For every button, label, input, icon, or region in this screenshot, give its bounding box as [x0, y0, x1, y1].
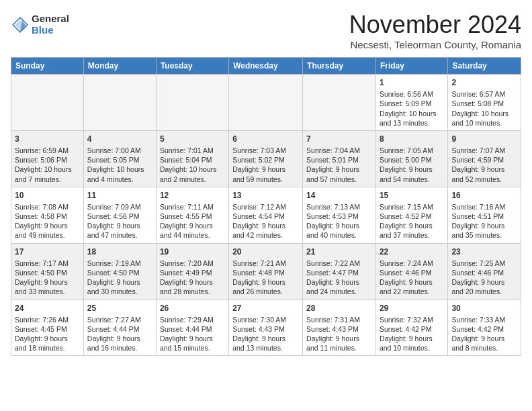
calendar-cell: 14Sunrise: 7:13 AM Sunset: 4:53 PM Dayli…	[303, 187, 376, 243]
header: General Blue November 2024 Necsesti, Tel…	[11, 11, 521, 50]
day-number: 26	[160, 303, 225, 314]
day-info: Sunrise: 7:07 AM Sunset: 4:59 PM Dayligh…	[451, 146, 517, 184]
day-info: Sunrise: 7:12 AM Sunset: 4:54 PM Dayligh…	[232, 202, 299, 240]
day-number: 25	[87, 303, 152, 314]
day-info: Sunrise: 7:26 AM Sunset: 4:45 PM Dayligh…	[15, 315, 80, 353]
day-number: 27	[232, 303, 299, 314]
calendar-cell: 13Sunrise: 7:12 AM Sunset: 4:54 PM Dayli…	[229, 187, 303, 243]
day-info: Sunrise: 7:30 AM Sunset: 4:43 PM Dayligh…	[232, 315, 299, 353]
day-info: Sunrise: 7:08 AM Sunset: 4:58 PM Dayligh…	[15, 202, 80, 240]
subtitle: Necsesti, Teleorman County, Romania	[349, 39, 521, 50]
day-number: 22	[380, 246, 444, 257]
calendar-cell: 24Sunrise: 7:26 AM Sunset: 4:45 PM Dayli…	[11, 300, 84, 356]
day-info: Sunrise: 7:31 AM Sunset: 4:43 PM Dayligh…	[306, 315, 372, 353]
calendar-cell: 29Sunrise: 7:32 AM Sunset: 4:42 PM Dayli…	[375, 300, 447, 356]
calendar-cell: 7Sunrise: 7:04 AM Sunset: 5:01 PM Daylig…	[303, 130, 376, 187]
calendar-cell: 26Sunrise: 7:29 AM Sunset: 4:44 PM Dayli…	[156, 300, 228, 356]
day-number: 14	[306, 190, 372, 201]
header-thursday: Thursday	[303, 58, 376, 75]
day-info: Sunrise: 7:11 AM Sunset: 4:55 PM Dayligh…	[160, 202, 225, 240]
calendar-cell	[83, 75, 156, 131]
day-info: Sunrise: 7:16 AM Sunset: 4:51 PM Dayligh…	[451, 202, 517, 240]
calendar-cell: 8Sunrise: 7:05 AM Sunset: 5:00 PM Daylig…	[375, 130, 447, 187]
logo-general: General	[32, 13, 69, 25]
calendar-header-row: SundayMondayTuesdayWednesdayThursdayFrid…	[11, 58, 521, 75]
calendar-cell: 23Sunrise: 7:25 AM Sunset: 4:46 PM Dayli…	[448, 243, 521, 300]
month-title: November 2024	[349, 11, 521, 39]
calendar-cell: 17Sunrise: 7:17 AM Sunset: 4:50 PM Dayli…	[11, 243, 84, 300]
day-number: 9	[451, 134, 517, 144]
calendar-cell: 9Sunrise: 7:07 AM Sunset: 4:59 PM Daylig…	[448, 130, 521, 187]
day-number: 19	[160, 246, 225, 257]
calendar-cell: 3Sunrise: 6:59 AM Sunset: 5:06 PM Daylig…	[11, 130, 84, 187]
day-number: 18	[87, 246, 152, 257]
day-number: 17	[15, 246, 80, 257]
day-number: 2	[451, 77, 517, 88]
day-info: Sunrise: 7:32 AM Sunset: 4:42 PM Dayligh…	[380, 315, 444, 353]
calendar-cell: 11Sunrise: 7:09 AM Sunset: 4:56 PM Dayli…	[83, 187, 156, 243]
calendar-cell: 21Sunrise: 7:22 AM Sunset: 4:47 PM Dayli…	[303, 243, 376, 300]
calendar-cell: 22Sunrise: 7:24 AM Sunset: 4:46 PM Dayli…	[375, 243, 447, 300]
day-info: Sunrise: 6:57 AM Sunset: 5:08 PM Dayligh…	[451, 89, 517, 128]
day-info: Sunrise: 7:01 AM Sunset: 5:04 PM Dayligh…	[160, 146, 225, 184]
calendar-cell: 19Sunrise: 7:20 AM Sunset: 4:49 PM Dayli…	[156, 243, 228, 300]
calendar-cell: 12Sunrise: 7:11 AM Sunset: 4:55 PM Dayli…	[156, 187, 228, 243]
calendar-cell	[11, 75, 84, 131]
calendar-cell: 28Sunrise: 7:31 AM Sunset: 4:43 PM Dayli…	[303, 300, 376, 356]
calendar-week-row: 24Sunrise: 7:26 AM Sunset: 4:45 PM Dayli…	[11, 300, 521, 356]
header-wednesday: Wednesday	[229, 58, 303, 75]
calendar-cell: 25Sunrise: 7:27 AM Sunset: 4:44 PM Dayli…	[83, 300, 156, 356]
logo-icon	[11, 15, 30, 34]
calendar-cell: 20Sunrise: 7:21 AM Sunset: 4:48 PM Dayli…	[229, 243, 303, 300]
day-number: 7	[306, 134, 372, 144]
day-info: Sunrise: 7:21 AM Sunset: 4:48 PM Dayligh…	[232, 259, 299, 297]
calendar-cell: 30Sunrise: 7:33 AM Sunset: 4:42 PM Dayli…	[448, 300, 521, 356]
header-monday: Monday	[83, 58, 156, 75]
day-number: 30	[451, 303, 517, 314]
calendar-cell: 6Sunrise: 7:03 AM Sunset: 5:02 PM Daylig…	[229, 130, 303, 187]
title-area: November 2024 Necsesti, Teleorman County…	[349, 11, 521, 50]
calendar-cell: 16Sunrise: 7:16 AM Sunset: 4:51 PM Dayli…	[448, 187, 521, 243]
logo-text: General Blue	[32, 13, 69, 36]
calendar-table: SundayMondayTuesdayWednesdayThursdayFrid…	[11, 57, 521, 356]
calendar-week-row: 10Sunrise: 7:08 AM Sunset: 4:58 PM Dayli…	[11, 187, 521, 243]
header-friday: Friday	[375, 58, 447, 75]
day-info: Sunrise: 7:00 AM Sunset: 5:05 PM Dayligh…	[87, 146, 152, 184]
calendar-week-row: 1Sunrise: 6:56 AM Sunset: 5:09 PM Daylig…	[11, 75, 521, 131]
calendar-cell	[303, 75, 376, 131]
day-number: 5	[160, 134, 225, 144]
day-number: 8	[380, 134, 444, 144]
day-info: Sunrise: 7:05 AM Sunset: 5:00 PM Dayligh…	[380, 146, 444, 184]
calendar-cell: 2Sunrise: 6:57 AM Sunset: 5:08 PM Daylig…	[448, 75, 521, 131]
day-number: 28	[306, 303, 372, 314]
day-number: 11	[87, 190, 152, 201]
day-number: 3	[15, 134, 80, 144]
calendar-cell: 1Sunrise: 6:56 AM Sunset: 5:09 PM Daylig…	[375, 75, 447, 131]
calendar-week-row: 17Sunrise: 7:17 AM Sunset: 4:50 PM Dayli…	[11, 243, 521, 300]
logo-blue: Blue	[32, 25, 69, 36]
calendar-week-row: 3Sunrise: 6:59 AM Sunset: 5:06 PM Daylig…	[11, 130, 521, 187]
day-info: Sunrise: 7:22 AM Sunset: 4:47 PM Dayligh…	[306, 259, 372, 297]
day-number: 12	[160, 190, 225, 201]
calendar-cell: 4Sunrise: 7:00 AM Sunset: 5:05 PM Daylig…	[83, 130, 156, 187]
day-info: Sunrise: 7:24 AM Sunset: 4:46 PM Dayligh…	[380, 259, 444, 297]
day-info: Sunrise: 7:13 AM Sunset: 4:53 PM Dayligh…	[306, 202, 372, 240]
day-number: 1	[380, 77, 444, 88]
day-number: 16	[451, 190, 517, 201]
calendar-cell	[156, 75, 228, 131]
day-info: Sunrise: 6:59 AM Sunset: 5:06 PM Dayligh…	[15, 146, 80, 184]
day-info: Sunrise: 7:03 AM Sunset: 5:02 PM Dayligh…	[232, 146, 299, 184]
day-number: 23	[451, 246, 517, 257]
day-info: Sunrise: 7:15 AM Sunset: 4:52 PM Dayligh…	[380, 202, 444, 240]
day-number: 20	[232, 246, 299, 257]
calendar-cell: 18Sunrise: 7:19 AM Sunset: 4:50 PM Dayli…	[83, 243, 156, 300]
day-info: Sunrise: 7:09 AM Sunset: 4:56 PM Dayligh…	[87, 202, 152, 240]
calendar-cell	[229, 75, 303, 131]
day-number: 24	[15, 303, 80, 314]
header-sunday: Sunday	[11, 58, 84, 75]
day-number: 10	[15, 190, 80, 201]
day-info: Sunrise: 7:33 AM Sunset: 4:42 PM Dayligh…	[451, 315, 517, 353]
calendar-cell: 10Sunrise: 7:08 AM Sunset: 4:58 PM Dayli…	[11, 187, 84, 243]
day-number: 21	[306, 246, 372, 257]
day-info: Sunrise: 7:17 AM Sunset: 4:50 PM Dayligh…	[15, 259, 80, 297]
